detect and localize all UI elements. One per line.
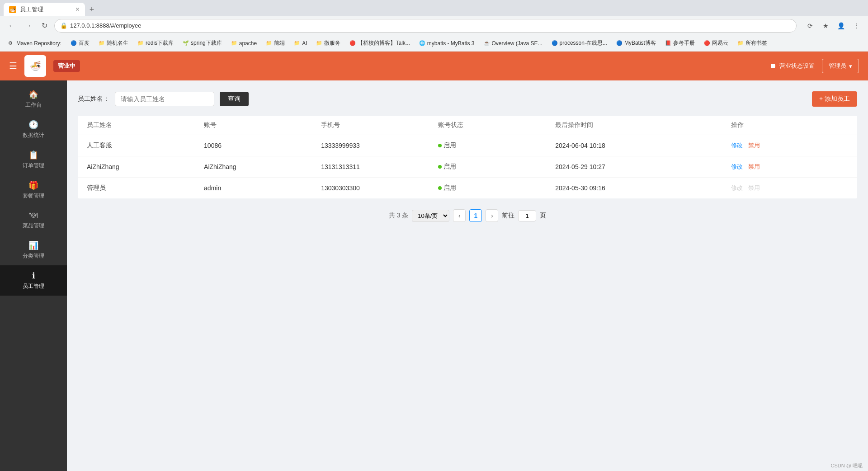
employee-phone: 13333999933 bbox=[321, 142, 438, 149]
address-bar[interactable]: 🔒 127.0.0.1:8888/#/employee bbox=[54, 19, 797, 33]
prev-page-btn[interactable]: ‹ bbox=[453, 209, 466, 222]
settings-btn[interactable]: ⋮ bbox=[850, 19, 863, 32]
goto-label: 前往 bbox=[502, 212, 514, 220]
app-wrapper: ☰ 🍜 营业中 ⏺ 营业状态设置 管理员 ▾ bbox=[0, 52, 868, 471]
browser-tab[interactable]: 🍜 员工管理 × bbox=[4, 3, 85, 16]
table-row: 管理员 admin 13030303300 启用 2024-05-30 09:1… bbox=[78, 178, 857, 198]
header-left: ☰ 🍜 营业中 bbox=[9, 55, 80, 77]
business-status-icon: ⏺ bbox=[769, 62, 777, 70]
sidebar-label-packages: 套餐管理 bbox=[23, 192, 44, 200]
bookmark-reference[interactable]: 📕 参考手册 bbox=[661, 38, 698, 49]
orders-icon: 📋 bbox=[28, 150, 38, 160]
employee-last-op: 2024-05-30 09:16 bbox=[555, 184, 731, 192]
bookmark-processon[interactable]: 🔵 processon-在线思... bbox=[548, 38, 611, 49]
search-input[interactable] bbox=[115, 92, 214, 106]
bookmark-btn[interactable]: ★ bbox=[819, 19, 832, 32]
edit-btn-1[interactable]: 修改 bbox=[731, 163, 743, 171]
bookmark-ai[interactable]: 📁 AI bbox=[290, 38, 311, 48]
categories-icon: 📊 bbox=[28, 240, 38, 250]
bookmark-spring[interactable]: 🌱 spring下载库 bbox=[179, 38, 226, 49]
business-status-btn[interactable]: ⏺ 营业状态设置 bbox=[769, 62, 815, 70]
sidebar-item-dishes[interactable]: 🍽 菜品管理 bbox=[0, 205, 67, 235]
admin-label: 管理员 bbox=[829, 62, 846, 70]
app-main: 🏠 工作台 🕐 数据统计 📋 订单管理 🎁 套餐管理 🍽 菜品管理 bbox=[0, 80, 868, 471]
bookmark-java[interactable]: ☕ Overview (Java SE... bbox=[480, 38, 546, 48]
employee-last-op: 2024-06-04 10:18 bbox=[555, 142, 731, 149]
status-dot-icon bbox=[438, 165, 442, 169]
sidebar-item-workbench[interactable]: 🏠 工作台 bbox=[0, 84, 67, 114]
content-area: 员工姓名： 查询 + 添加员工 员工姓名 账号 手机号 账号状态 最后操作时间 … bbox=[67, 80, 868, 471]
admin-dropdown[interactable]: 管理员 ▾ bbox=[822, 59, 859, 73]
sidebar-item-packages[interactable]: 🎁 套餐管理 bbox=[0, 175, 67, 205]
sidebar: 🏠 工作台 🕐 数据统计 📋 订单管理 🎁 套餐管理 🍽 菜品管理 bbox=[0, 80, 67, 471]
employee-phone: 13030303300 bbox=[321, 184, 438, 192]
bookmark-microservice[interactable]: 📁 微服务 bbox=[312, 38, 344, 49]
sidebar-label-orders: 订单管理 bbox=[23, 162, 44, 170]
disable-btn-1[interactable]: 禁用 bbox=[748, 163, 760, 171]
bookmark-apache[interactable]: 📁 apache bbox=[227, 38, 260, 48]
sidebar-item-orders[interactable]: 📋 订单管理 bbox=[0, 145, 67, 175]
employee-table: 员工姓名 账号 手机号 账号状态 最后操作时间 操作 人工客服 10086 13… bbox=[78, 116, 857, 198]
edit-btn-0[interactable]: 修改 bbox=[731, 141, 743, 150]
new-tab-btn[interactable]: + bbox=[85, 3, 99, 16]
address-text: 127.0.0.1:8888/#/employee bbox=[70, 22, 142, 29]
employee-account: 10086 bbox=[204, 142, 321, 149]
bookmark-blog[interactable]: 🔴 【桥校的博客】Talk... bbox=[346, 38, 413, 49]
employee-name: 人工客服 bbox=[87, 141, 204, 150]
page-size-select[interactable]: 10条/页 20条/页 50条/页 bbox=[412, 210, 449, 222]
next-page-btn[interactable]: › bbox=[486, 209, 498, 222]
search-button[interactable]: 查询 bbox=[220, 92, 249, 106]
search-label: 员工姓名： bbox=[78, 95, 109, 103]
bookmark-mybatis[interactable]: 🌐 mybatis - MyBatis 3 bbox=[415, 38, 478, 48]
sidebar-label-dishes: 菜品管理 bbox=[23, 222, 44, 230]
goto-input[interactable] bbox=[518, 210, 536, 221]
logo-image: 🍜 bbox=[24, 55, 46, 77]
bookmark-maven[interactable]: ⚙ Maven Repository: bbox=[5, 38, 65, 48]
tab-close-btn[interactable]: × bbox=[75, 5, 80, 14]
header-right: ⏺ 营业状态设置 管理员 ▾ bbox=[769, 59, 859, 73]
sidebar-label-categories: 分类管理 bbox=[23, 252, 44, 260]
table-row: AiZhiZhang AiZhiZhang 13131313311 启用 202… bbox=[78, 156, 857, 178]
sidebar-label-employees: 员工管理 bbox=[23, 283, 44, 290]
bookmark-random[interactable]: 📁 随机名生 bbox=[95, 38, 132, 49]
add-employee-button[interactable]: + 添加员工 bbox=[812, 91, 857, 107]
disable-btn-2: 禁用 bbox=[748, 184, 760, 192]
bookmark-redis[interactable]: 📁 redis下载库 bbox=[134, 38, 177, 49]
profile-btn[interactable]: 👤 bbox=[835, 19, 847, 32]
employee-account: admin bbox=[204, 184, 321, 192]
app-header: ☰ 🍜 营业中 ⏺ 营业状态设置 管理员 ▾ bbox=[0, 52, 868, 80]
browser-toolbar: ⟳ ★ 👤 ⋮ bbox=[804, 19, 863, 32]
bookmark-all[interactable]: 📁 所有书签 bbox=[734, 38, 771, 49]
bookmark-mybatist[interactable]: 🔵 MyBatist博客 bbox=[613, 38, 660, 49]
col-last-op: 最后操作时间 bbox=[555, 121, 731, 129]
disable-btn-0[interactable]: 禁用 bbox=[748, 141, 760, 150]
back-btn[interactable]: ← bbox=[5, 19, 18, 32]
col-status: 账号状态 bbox=[438, 121, 555, 129]
employee-name: AiZhiZhang bbox=[87, 163, 204, 170]
col-account: 账号 bbox=[204, 121, 321, 129]
bookmark-frontend[interactable]: 📁 前端 bbox=[262, 38, 288, 49]
maven-icon: ⚙ bbox=[8, 40, 14, 47]
action-btns: 修改 禁用 bbox=[731, 141, 848, 150]
bookmarks-bar: ⚙ Maven Repository: 🔵 百度 📁 随机名生 📁 redis下… bbox=[0, 35, 868, 52]
sidebar-item-stats[interactable]: 🕐 数据统计 bbox=[0, 114, 67, 145]
menu-toggle-btn[interactable]: ☰ bbox=[9, 61, 17, 71]
table-header: 员工姓名 账号 手机号 账号状态 最后操作时间 操作 bbox=[78, 116, 857, 135]
tab-label: 员工管理 bbox=[20, 5, 43, 14]
employee-account: AiZhiZhang bbox=[204, 163, 321, 170]
forward-btn[interactable]: → bbox=[22, 19, 34, 32]
bookmark-netease[interactable]: 🔴 网易云 bbox=[700, 38, 732, 49]
tab-favicon: 🍜 bbox=[9, 6, 16, 13]
refresh-btn[interactable]: ↻ bbox=[38, 19, 51, 32]
sidebar-label-stats: 数据统计 bbox=[23, 132, 44, 139]
employees-icon: ℹ bbox=[32, 271, 35, 281]
status-dot-icon bbox=[438, 144, 442, 147]
sidebar-item-employees[interactable]: ℹ 员工管理 bbox=[0, 265, 67, 296]
employee-phone: 13131313311 bbox=[321, 163, 438, 170]
employee-status: 启用 bbox=[438, 141, 555, 150]
browser-controls: ← → ↻ 🔒 127.0.0.1:8888/#/employee ⟳ ★ 👤 … bbox=[0, 16, 868, 35]
sidebar-item-categories[interactable]: 📊 分类管理 bbox=[0, 235, 67, 265]
col-name: 员工姓名 bbox=[87, 121, 204, 129]
bookmark-baidu[interactable]: 🔵 百度 bbox=[67, 38, 93, 49]
extensions-btn[interactable]: ⟳ bbox=[804, 19, 816, 32]
